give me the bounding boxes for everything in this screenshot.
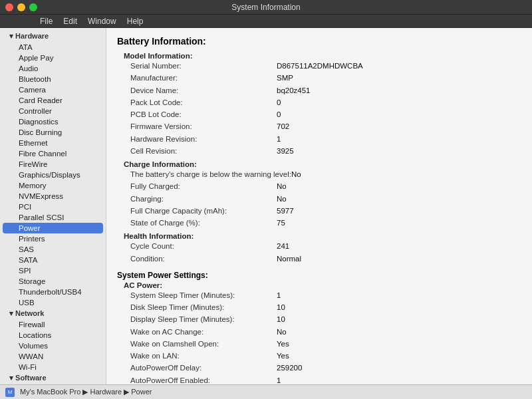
sidebar-item-usb[interactable]: USB — [0, 297, 106, 308]
ac-wake-clamshell-value: Yes — [277, 338, 289, 350]
fully-charged-label: Fully Charged: — [130, 181, 277, 192]
sidebar-item-power[interactable]: Power — [3, 223, 103, 233]
sidebar-item-cardreader[interactable]: Card Reader — [0, 95, 106, 106]
state-of-charge-value: 75 — [277, 217, 285, 229]
ac-system-sleep-label: System Sleep Timer (Minutes): — [130, 290, 277, 301]
health-info-group: Health Information: Cycle Count: 241 Con… — [124, 232, 521, 265]
below-warning-label: The battery's charge is below the warnin… — [130, 169, 291, 180]
menu-file[interactable]: File — [40, 17, 53, 26]
sidebar-group-hardware: ▾ Hardware — [0, 31, 106, 42]
sidebar-item-camera[interactable]: Camera — [0, 84, 106, 95]
sidebar-item-wwan[interactable]: WWAN — [0, 351, 106, 362]
charging-row: Charging: No — [124, 194, 521, 205]
content-main-title: Battery Information: — [117, 36, 521, 47]
cell-revision-value: 3925 — [277, 146, 294, 157]
charge-info-group: Charge Information: The battery's charge… — [124, 160, 521, 229]
condition-value: Normal — [277, 253, 301, 265]
sidebar: ▾ Hardware ATA Apple Pay Audio Bluetooth… — [0, 28, 106, 384]
firmware-version-label: Firmware Version: — [130, 121, 277, 132]
sidebar-item-accessibility[interactable]: Accessibility — [0, 384, 106, 384]
sidebar-item-controller[interactable]: Controller — [0, 106, 106, 116]
ac-system-sleep-value: 1 — [277, 290, 281, 301]
ac-display-sleep-label: Display Sleep Timer (Minutes): — [130, 314, 277, 325]
menu-help[interactable]: Help — [127, 17, 144, 26]
sidebar-item-sata[interactable]: SATA — [0, 255, 106, 265]
pack-lot-code-label: Pack Lot Code: — [130, 97, 277, 108]
ac-wake-ac-change-row: Wake on AC Change: No — [124, 327, 521, 338]
ac-disk-sleep-row: Disk Sleep Timer (Minutes): 10 — [124, 302, 521, 314]
sidebar-item-firewire[interactable]: FireWire — [0, 159, 106, 170]
sidebar-item-applepay[interactable]: Apple Pay — [0, 53, 106, 63]
bottom-bar: M My's MacBook Pro ▶ Hardware ▶ Power — [0, 384, 532, 399]
ac-wake-ac-change-label: Wake on AC Change: — [130, 327, 277, 338]
minimize-button[interactable] — [17, 3, 25, 11]
ac-autopoweroff-delay-row: AutoPowerOff Delay: 259200 — [124, 362, 521, 374]
sidebar-group-software: ▾ Software — [0, 372, 106, 384]
charge-info-title: Charge Information: — [124, 160, 521, 168]
traffic-lights — [5, 3, 37, 11]
sidebar-item-pci[interactable]: PCI — [0, 201, 106, 212]
sidebar-item-wifi[interactable]: Wi-Fi — [0, 362, 106, 372]
sidebar-item-sas[interactable]: SAS — [0, 244, 106, 255]
sidebar-item-graphics[interactable]: Graphics/Displays — [0, 170, 106, 180]
ac-wake-lan-label: Wake on LAN: — [130, 350, 277, 362]
sidebar-item-thunderbolt[interactable]: Thunderbolt/USB4 — [0, 287, 106, 297]
condition-row: Condition: Normal — [124, 253, 521, 265]
state-of-charge-label: State of Charge (%): — [130, 217, 277, 229]
sidebar-item-ethernet[interactable]: Ethernet — [0, 138, 106, 148]
below-warning-value: No — [291, 169, 301, 180]
menu-window[interactable]: Window — [88, 17, 116, 26]
model-info-title: Model Information: — [124, 52, 521, 60]
ac-system-sleep-row: System Sleep Timer (Minutes): 1 — [124, 290, 521, 302]
device-name-value: bq20z451 — [277, 85, 311, 96]
sidebar-item-parallelscsi[interactable]: Parallel SCSI — [0, 212, 106, 223]
full-charge-capacity-value: 5977 — [277, 205, 294, 217]
serial-number-value: D867511A2DMHDWCBA — [277, 61, 363, 72]
model-info-group: Model Information: Serial Number: D86751… — [124, 52, 521, 158]
breadcrumb-icon: M — [5, 388, 15, 397]
fully-charged-row: Fully Charged: No — [124, 181, 521, 193]
ac-disk-sleep-label: Disk Sleep Timer (Minutes): — [130, 302, 277, 313]
sidebar-item-volumes[interactable]: Volumes — [0, 340, 106, 351]
ac-autopoweroff-delay-label: AutoPowerOff Delay: — [130, 362, 277, 374]
sidebar-item-firewall[interactable]: Firewall — [0, 319, 106, 330]
sidebar-item-storage[interactable]: Storage — [0, 276, 106, 287]
ac-wake-clamshell-label: Wake on Clamshell Open: — [130, 338, 277, 350]
sidebar-item-bluetooth[interactable]: Bluetooth — [0, 74, 106, 84]
sidebar-item-discburning[interactable]: Disc Burning — [0, 127, 106, 138]
ac-wake-clamshell-row: Wake on Clamshell Open: Yes — [124, 338, 521, 350]
ac-wake-ac-change-value: No — [277, 327, 287, 338]
cell-revision-row: Cell Revision: 3925 — [124, 146, 521, 158]
manufacturer-value: SMP — [277, 72, 293, 84]
ac-power-title: AC Power: — [124, 281, 521, 289]
system-power-title: System Power Settings: — [117, 271, 521, 280]
full-charge-capacity-label: Full Charge Capacity (mAh): — [130, 205, 277, 217]
maximize-button[interactable] — [29, 3, 37, 11]
sidebar-item-audio[interactable]: Audio — [0, 63, 106, 74]
ac-display-sleep-row: Display Sleep Timer (Minutes): 10 — [124, 314, 521, 326]
ac-autopoweroff-enabled-label: AutoPowerOff Enabled: — [130, 375, 277, 385]
condition-label: Condition: — [130, 253, 277, 265]
cycle-count-row: Cycle Count: 241 — [124, 241, 521, 253]
sidebar-item-ata[interactable]: ATA — [0, 42, 106, 53]
sidebar-item-locations[interactable]: Locations — [0, 330, 106, 340]
menu-edit[interactable]: Edit — [63, 17, 77, 26]
serial-number-label: Serial Number: — [130, 61, 277, 72]
sidebar-item-nvmexpress[interactable]: NVMExpress — [0, 191, 106, 201]
close-button[interactable] — [5, 3, 13, 11]
manufacturer-label: Manufacturer: — [130, 72, 277, 84]
ac-autopoweroff-enabled-row: AutoPowerOff Enabled: 1 — [124, 375, 521, 385]
sidebar-item-memory[interactable]: Memory — [0, 180, 106, 191]
fully-charged-value: No — [277, 181, 287, 192]
sidebar-item-fibrechannel[interactable]: Fibre Channel — [0, 148, 106, 159]
content-area: Battery Information: Model Information: … — [106, 28, 532, 384]
ac-autopoweroff-enabled-value: 1 — [277, 375, 281, 385]
sidebar-item-diagnostics[interactable]: Diagnostics — [0, 116, 106, 127]
cell-revision-label: Cell Revision: — [130, 146, 277, 157]
ac-wake-lan-value: Yes — [277, 350, 289, 362]
sidebar-item-printers[interactable]: Printers — [0, 233, 106, 244]
pcb-lot-code-label: PCB Lot Code: — [130, 109, 277, 120]
sidebar-item-spi[interactable]: SPI — [0, 265, 106, 276]
below-warning-row: The battery's charge is below the warnin… — [124, 169, 521, 181]
cycle-count-value: 241 — [277, 241, 289, 252]
